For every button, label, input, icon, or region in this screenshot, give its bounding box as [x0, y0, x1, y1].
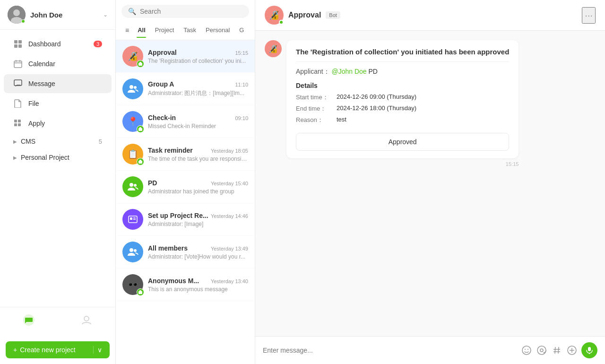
- chat-name-set-up-project: Set up Project Re...: [148, 212, 208, 219]
- chat-item-approval[interactable]: 🔏 Approval 15:15 The 'Registration of co…: [116, 40, 255, 73]
- reason-value: test: [337, 116, 346, 124]
- sidebar-footer: + Create new project ∨: [0, 336, 115, 364]
- svg-rect-23: [139, 127, 141, 129]
- sidebar: John Doe ⌄ Dashboard 3 Calendar Message: [0, 0, 116, 364]
- svg-rect-11: [14, 80, 22, 86]
- chat-main-title: 🔏 Approval Bot: [265, 6, 340, 25]
- filter-tab-all[interactable]: All: [133, 25, 150, 36]
- chat-item-all-members[interactable]: All members Yesterday 13:49 Administrato…: [116, 236, 255, 269]
- personal-project-arrow-icon: ▶: [13, 155, 17, 160]
- sidebar-header: John Doe ⌄: [0, 0, 115, 30]
- svg-rect-3: [14, 40, 17, 43]
- chat-avatar-task-reminder: 📋: [122, 144, 143, 165]
- message-row: 🔏 The 'Registration of collection' you i…: [265, 40, 596, 167]
- bottom-tab-contacts[interactable]: [58, 311, 115, 332]
- svg-rect-12: [14, 120, 17, 122]
- user-online-dot: [21, 19, 25, 23]
- chat-content-check-in: Check-in 09:10 Missed Check-in Reminder: [148, 114, 248, 130]
- approval-bot-badge: [137, 60, 144, 68]
- svg-rect-15: [18, 123, 21, 126]
- mention-button[interactable]: [536, 345, 547, 356]
- applicant-label: Applicant：: [296, 68, 330, 75]
- chat-content-task-reminder: Task reminder Yesterday 18:05 The time o…: [148, 147, 248, 162]
- checkin-bot-badge: [137, 125, 144, 133]
- task-bot-badge: [137, 158, 144, 165]
- search-input[interactable]: [140, 8, 242, 15]
- chat-filters: ≡ All Project Task Personal G: [116, 23, 255, 40]
- chat-avatar-anonymous: 🕶️: [122, 274, 143, 295]
- filter-tab-project[interactable]: Project: [150, 25, 179, 36]
- bottom-tabs: [0, 307, 115, 336]
- approved-button[interactable]: Approved: [296, 133, 509, 151]
- sidebar-item-cms[interactable]: ▶ CMS 5: [4, 134, 112, 149]
- chat-item-set-up-project[interactable]: Set up Project Re... Yesterday 14:46 Adm…: [116, 203, 255, 236]
- svg-line-42: [558, 347, 559, 354]
- cms-arrow-icon: ▶: [13, 139, 17, 144]
- sidebar-item-label-dashboard: Dashboard: [28, 40, 88, 48]
- anon-bot-badge: [137, 288, 144, 296]
- chat-time-set-up-project: Yesterday 14:46: [211, 213, 248, 219]
- sidebar-item-file[interactable]: File: [4, 94, 112, 113]
- chat-main: 🔏 Approval Bot ··· 🔏 The 'Registration o…: [255, 0, 605, 364]
- message-input[interactable]: [263, 347, 516, 354]
- search-icon: 🔍: [128, 8, 136, 15]
- sidebar-item-message[interactable]: Message: [4, 74, 112, 93]
- message-time: 15:15: [286, 161, 519, 167]
- filter-tab-task[interactable]: Task: [179, 25, 201, 36]
- chat-item-check-in[interactable]: 📍 Check-in 09:10 Missed Check-in Reminde…: [116, 105, 255, 138]
- chat-content-anonymous: Anonymous M... Yesterday 13:40 This is a…: [148, 277, 248, 293]
- dashboard-badge: 3: [94, 41, 102, 47]
- more-options-button[interactable]: ···: [582, 7, 596, 24]
- svg-rect-14: [14, 123, 17, 126]
- chat-item-task-reminder[interactable]: 📋 Task reminder Yesterday 18:05 The time…: [116, 138, 255, 171]
- chat-name-approval: Approval: [148, 49, 177, 56]
- chevron-icon[interactable]: ⌄: [103, 11, 108, 18]
- svg-rect-35: [139, 290, 141, 292]
- plus-icon: +: [13, 346, 17, 354]
- applicant-suffix-val: PD: [369, 68, 378, 75]
- sidebar-item-calendar[interactable]: Calendar: [4, 54, 112, 73]
- filter-tab-g[interactable]: G: [234, 25, 249, 36]
- filter-menu-icon[interactable]: ≡: [121, 25, 133, 36]
- chat-name-all-members: All members: [148, 244, 188, 252]
- file-icon: [13, 99, 23, 108]
- user-name: John Doe: [30, 11, 62, 19]
- chat-preview-check-in: Missed Check-in Reminder: [148, 123, 248, 130]
- filter-tab-personal[interactable]: Personal: [201, 25, 234, 36]
- chat-preview-pd: Administrator has joined the group: [148, 188, 248, 195]
- hashtag-button[interactable]: [551, 345, 562, 356]
- sidebar-item-personal-project[interactable]: ▶ Personal Project: [4, 150, 112, 165]
- svg-point-21: [134, 86, 137, 89]
- chat-preview-all-members: Administrator: [Vote]How would you r...: [148, 253, 248, 260]
- chat-item-anonymous[interactable]: 🕶️ Anonymous M... Yesterday 13:40 This i…: [116, 269, 255, 301]
- svg-point-38: [527, 349, 528, 350]
- sidebar-user: John Doe: [8, 6, 62, 24]
- message-icon: [13, 79, 23, 88]
- input-actions: [521, 342, 597, 358]
- create-project-label: Create new project: [20, 346, 76, 354]
- sidebar-item-apply[interactable]: Apply: [4, 114, 112, 133]
- sidebar-item-label-apply: Apply: [28, 120, 102, 127]
- attach-button[interactable]: [566, 345, 578, 356]
- sidebar-item-dashboard[interactable]: Dashboard 3: [4, 35, 112, 53]
- mic-button[interactable]: [581, 342, 597, 358]
- search-box[interactable]: 🔍: [121, 5, 249, 18]
- cms-badge: 5: [99, 138, 102, 145]
- applicant-mention: @John Doe: [331, 68, 366, 75]
- chat-avatar-all-members: [122, 242, 143, 262]
- svg-rect-6: [18, 44, 22, 48]
- start-time-value: 2024-12-26 09:00 (Thursday): [337, 93, 416, 102]
- svg-point-37: [525, 349, 526, 350]
- message-title: The 'Registration of collection' you ini…: [296, 48, 509, 62]
- chat-item-group-a[interactable]: Group A 11:10 Administrator: 图片消息：[Image…: [116, 73, 255, 105]
- chat-name-group-a: Group A: [148, 80, 174, 88]
- main-online-dot: [279, 20, 284, 25]
- emoji-button[interactable]: [521, 345, 532, 356]
- create-project-button[interactable]: + Create new project ∨: [6, 341, 110, 358]
- chat-list-header: 🔍: [116, 0, 255, 23]
- chat-item-pd[interactable]: PD Yesterday 15:40 Administrator has joi…: [116, 171, 255, 203]
- sidebar-item-label-calendar: Calendar: [28, 60, 102, 68]
- message-sender-avatar: 🔏: [265, 40, 282, 57]
- message-card: The 'Registration of collection' you ini…: [286, 40, 519, 158]
- bottom-tab-chat[interactable]: [0, 311, 58, 332]
